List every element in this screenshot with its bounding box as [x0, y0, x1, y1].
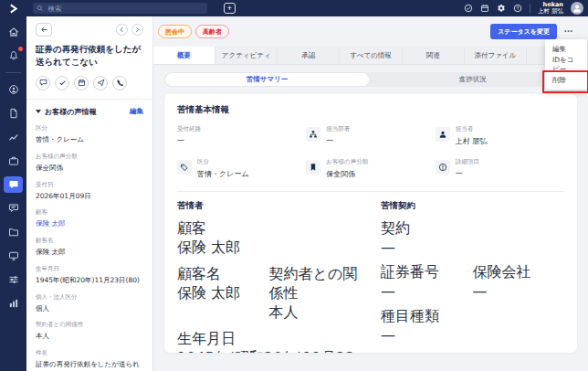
chat-bubble-icon: [8, 179, 19, 190]
summary-progress-toggle: 苦情サマリー 進捗状況: [164, 72, 575, 87]
org-chart-icon: [309, 130, 318, 139]
schedule-action-button[interactable]: [74, 76, 89, 90]
tab-overview[interactable]: 概要: [153, 47, 215, 64]
edit-link[interactable]: 編集: [130, 107, 143, 116]
complaint-summary-card: 苦情基本情報 受付経路— 担当部署— 担当者上村 朋弘 区分苦情・クレーム お客…: [164, 94, 577, 353]
nav-reports[interactable]: [4, 295, 23, 312]
calendar-icon[interactable]: [480, 4, 489, 13]
tab-all-info[interactable]: すべての情報: [339, 47, 401, 64]
avatar[interactable]: [571, 2, 583, 15]
document-icon: [8, 108, 19, 119]
user-menu[interactable]: hokan 上村 朋弘: [538, 2, 563, 16]
panel-field-customer: 顧客保険 太郎: [36, 208, 143, 228]
line-chart-icon: [8, 132, 19, 143]
app-sidebar-rail: [0, 16, 26, 371]
bookmark-icon: [309, 163, 318, 172]
rail-divider: [5, 72, 21, 73]
tab-bar: 概要 アクティビティ 承認 すべての情報 関連 添付ファイル 履歴: [153, 47, 588, 65]
send-action-button[interactable]: [93, 76, 108, 90]
more-menu-button[interactable]: …: [561, 24, 577, 39]
chevron-left-icon: [119, 26, 125, 33]
field-reception-route: 受付経路—: [177, 125, 306, 146]
settings-gear-icon[interactable]: [497, 4, 506, 13]
more-dropdown-menu: 編集 IDをコピー 削除: [545, 39, 587, 90]
sliders-icon: [8, 274, 19, 285]
next-record-button[interactable]: [131, 24, 143, 36]
field-policy-number: 証券番号—: [381, 263, 473, 300]
panel-field-birthdate: 生年月日1945年(昭和20年)11月23日(80): [36, 265, 143, 285]
nav-survey[interactable]: [4, 200, 23, 217]
calendar-icon: [78, 79, 86, 87]
contract-section: 苦情契約 契約— 証券番号— 保険会社— 種目種類—: [381, 200, 564, 353]
phone-icon: [116, 79, 124, 87]
tab-approval[interactable]: 承認: [277, 47, 339, 64]
nav-settings-sliders[interactable]: [4, 271, 23, 288]
annotation-highlight-box: [542, 70, 588, 93]
customer-link[interactable]: 保険 太郎: [177, 238, 361, 258]
nav-home[interactable]: [4, 24, 23, 40]
create-new-button[interactable]: +: [224, 3, 236, 14]
basic-info-title: 苦情基本情報: [177, 104, 564, 116]
field-assignee: 担当者上村 朋弘: [436, 125, 564, 146]
field-insurer: 保険会社—: [473, 263, 565, 300]
field-customer-name: 顧客名保険 太郎: [177, 265, 269, 323]
task-action-button[interactable]: [55, 76, 69, 90]
status-badge: 照会中: [158, 25, 192, 38]
contact-person-icon: [8, 84, 19, 95]
nav-notifications[interactable]: [4, 48, 23, 64]
notification-badge: [18, 47, 23, 51]
tag-icon: [180, 163, 189, 172]
customer-link[interactable]: 保険 太郎: [36, 218, 143, 228]
nav-contacts[interactable]: [4, 81, 23, 98]
home-icon: [8, 26, 19, 37]
segment-complaint-summary[interactable]: 苦情サマリー: [164, 72, 370, 87]
nav-files[interactable]: [4, 224, 23, 240]
record-title: 証券の再発行依頼をしたが送られてこない: [36, 43, 143, 69]
record-side-panel: 証券の再発行依頼をしたが送られてこない お客様の声情報 編集 区分苦情・クレーム…: [26, 16, 153, 371]
nav-analytics[interactable]: [4, 129, 23, 145]
menu-item-edit[interactable]: 編集: [545, 41, 587, 57]
topbar-divider: [530, 4, 530, 13]
hokan-logo-icon[interactable]: [0, 4, 26, 14]
phone-action-button[interactable]: [112, 76, 127, 90]
search-input[interactable]: [46, 4, 204, 14]
comment-action-button[interactable]: [36, 76, 50, 90]
field-birthdate: 生年月日1945年(昭和20年)11月23日(80): [177, 330, 361, 353]
complainant-section: 苦情者 顧客 保険 太郎 顧客名保険 太郎 契約者との関係性本人 生年月日194…: [177, 200, 361, 353]
chevron-right-icon: [134, 26, 141, 33]
field-department: 担当部署—: [306, 125, 435, 146]
field-contract: 契約—: [381, 219, 564, 256]
change-status-button[interactable]: ステータスを変更: [490, 24, 557, 39]
field-relationship: 契約者との関係性本人: [269, 265, 362, 323]
back-button[interactable]: [36, 23, 52, 37]
tab-related[interactable]: 関連: [402, 47, 464, 64]
tab-activity[interactable]: アクティビティ: [215, 47, 277, 64]
check-icon: [58, 79, 67, 87]
main-content: 照会中 高齢者 ステータスを変更 … 概要 アクティビティ 承認 すべての情報 …: [153, 16, 588, 371]
nav-policies[interactable]: [4, 105, 23, 122]
nav-customer-voice[interactable]: [4, 176, 23, 193]
global-search[interactable]: [33, 3, 207, 14]
panel-field-relationship: 契約者との関係性本人: [36, 321, 143, 341]
folder-icon: [8, 227, 19, 238]
bar-chart-icon: [8, 298, 19, 309]
chat-bubble-icon: [39, 79, 47, 87]
nav-business[interactable]: [4, 153, 23, 169]
field-voice-class: お客様の声分類保全関係: [306, 158, 435, 179]
panel-field-kubun: 区分苦情・クレーム: [36, 124, 143, 144]
collapse-caret-icon[interactable]: [36, 110, 41, 113]
field-detail-item: 詳細項目—: [436, 158, 564, 179]
avatar-person-icon: [572, 3, 583, 14]
feedback-icon: [8, 203, 19, 214]
help-icon[interactable]: ?: [513, 4, 522, 13]
arrow-left-icon: [40, 26, 48, 34]
prev-record-button[interactable]: [116, 24, 128, 36]
panel-divider: [26, 99, 152, 100]
tasks-check-icon[interactable]: [464, 4, 473, 13]
topbar: + ? hokan 上村 朋弘: [0, 0, 588, 16]
nav-workstation[interactable]: [4, 248, 23, 264]
tab-attachments[interactable]: 添付ファイル: [464, 47, 526, 64]
search-icon: [37, 5, 43, 12]
send-icon: [97, 79, 105, 87]
svg-text:?: ?: [517, 5, 520, 11]
